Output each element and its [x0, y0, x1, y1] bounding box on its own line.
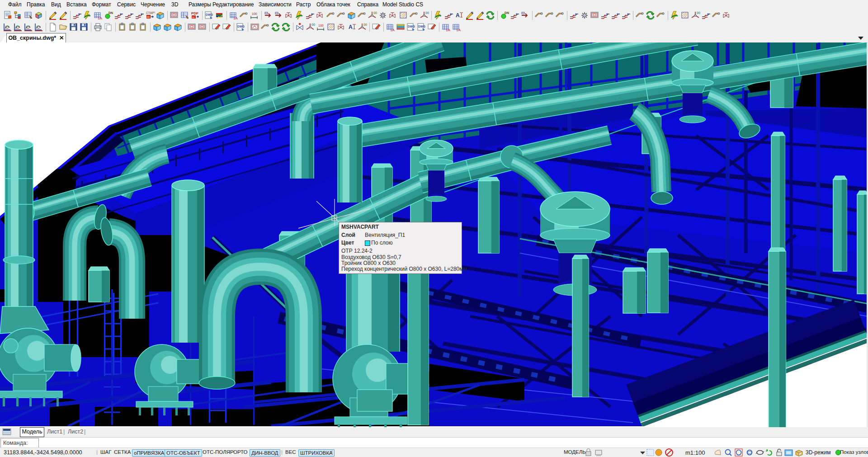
svg-text:1A: 1A — [456, 28, 461, 32]
svg-text:DWG: DWG — [418, 25, 425, 28]
svg-text:00: 00 — [363, 23, 367, 26]
svg-text:DWG: DWG — [237, 25, 245, 28]
svg-text:100: 100 — [252, 12, 257, 15]
svg-text:100: 100 — [318, 24, 324, 27]
svg-text:1A: 1A — [98, 16, 102, 20]
svg-text:СТАРТ: СТАРТ — [146, 11, 155, 14]
svg-text:A: A — [456, 12, 460, 19]
svg-text:00: 00 — [311, 23, 315, 26]
svg-text:1A: 1A — [390, 28, 395, 32]
svg-text:A: A — [349, 24, 353, 30]
svg-text:m: m — [147, 15, 150, 19]
svg-text:PDF: PDF — [191, 11, 198, 15]
svg-text:DWG: DWG — [408, 25, 415, 28]
svg-text:DN: DN — [505, 11, 509, 14]
svg-text:1A: 1A — [446, 28, 450, 32]
svg-text:00: 00 — [425, 11, 429, 14]
svg-text:1A: 1A — [233, 16, 238, 20]
svg-text:m: m — [192, 16, 194, 19]
svg-text:00: 00 — [373, 11, 377, 14]
svg-text:DWG: DWG — [206, 13, 213, 16]
svg-text:DN: DN — [108, 11, 113, 14]
svg-text:00: 00 — [697, 11, 700, 14]
